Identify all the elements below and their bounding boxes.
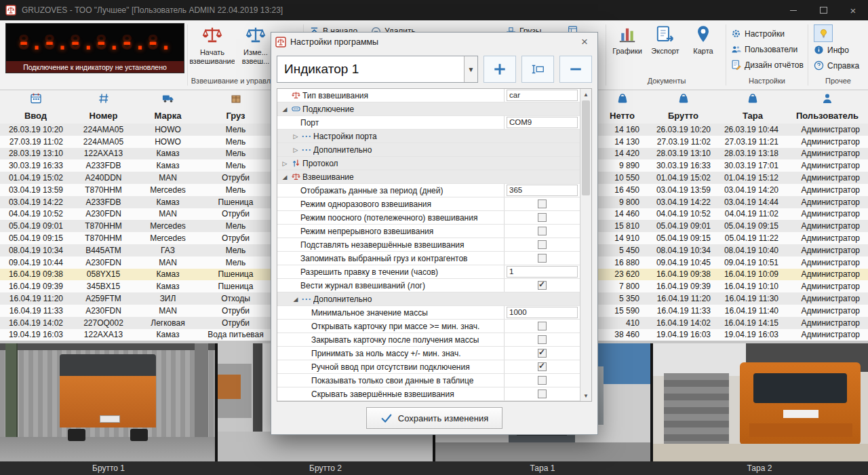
setting-checkbox[interactable]: [538, 254, 547, 263]
settings-scrollbar[interactable]: ▲ ▼: [580, 89, 591, 401]
settings-button[interactable]: Настройки: [731, 26, 804, 41]
start-weighing-button[interactable]: Начать взвешивание: [190, 23, 235, 75]
settings-row[interactable]: Тип взвешиванияcar: [277, 89, 580, 102]
settings-row[interactable]: Вести журнал взвешиваний (лог): [277, 279, 580, 292]
cell-gruz: Пшеница: [200, 269, 271, 279]
scroll-down-arrow[interactable]: ▼: [580, 390, 591, 401]
plus-icon: [492, 62, 507, 77]
setting-value[interactable]: 365: [507, 185, 578, 196]
settings-row[interactable]: Режим одноразового взвешивания: [277, 197, 580, 211]
settings-group-row[interactable]: ▷···Настройки порта: [277, 130, 580, 143]
setting-value[interactable]: COM9: [507, 117, 578, 128]
expander-icon[interactable]: ▷: [291, 133, 300, 140]
cell-netto: 15 590: [597, 306, 648, 316]
cell-tara: 26.03.19 10:44: [719, 125, 787, 134]
rename-indicator-button[interactable]: [521, 56, 554, 83]
column-header[interactable]: Номер: [71, 111, 136, 121]
cell-user: Администратор: [787, 246, 868, 255]
column-header[interactable]: Нетто: [597, 111, 648, 121]
charts-button[interactable]: Графики: [609, 22, 646, 72]
settings-row[interactable]: Принимать за ноль массу +/- мин. знач.: [277, 347, 580, 360]
cell-brutto: 05.04.19 09:01: [648, 221, 719, 231]
settings-row[interactable]: Режим непрерывного взвешивания: [277, 225, 580, 238]
dialog-close-button[interactable]: ×: [576, 35, 593, 49]
setting-value[interactable]: 1000: [507, 307, 578, 318]
setting-checkbox[interactable]: [538, 227, 547, 235]
remove-indicator-button[interactable]: [559, 56, 592, 83]
setting-checkbox[interactable]: [538, 349, 547, 358]
setting-checkbox[interactable]: [538, 281, 547, 290]
settings-row[interactable]: ПортCOM9: [277, 116, 580, 130]
edit-weighing-button[interactable]: Изме... взвеш...: [238, 23, 273, 75]
settings-row[interactable]: Ручной ввод при отсутствии подключения: [277, 360, 580, 374]
setting-value[interactable]: 1: [507, 266, 578, 278]
cell-nomer: A230FDN: [71, 209, 136, 218]
column-header[interactable]: Пользователь: [787, 111, 868, 121]
map-button[interactable]: Карта: [685, 22, 722, 72]
scrollbar-thumb[interactable]: [582, 100, 590, 195]
column-header[interactable]: Ввод: [0, 111, 71, 121]
settings-row[interactable]: Открывать карточку при массе >= мин. зна…: [277, 320, 580, 333]
settings-row[interactable]: Разрешить правку в течении (часов)1: [277, 265, 580, 279]
setting-checkbox[interactable]: [538, 376, 547, 385]
settings-row[interactable]: Закрывать карточку после получения массы: [277, 333, 580, 347]
column-header[interactable]: Груз: [200, 111, 271, 121]
info-button[interactable]: Инфо: [814, 42, 859, 58]
expander-icon[interactable]: ◢: [291, 296, 300, 303]
setting-checkbox[interactable]: [538, 240, 547, 249]
ground: [0, 437, 215, 461]
settings-group-row[interactable]: ▷···Дополнительно: [277, 143, 580, 157]
settings-group-row[interactable]: ◢Взвешивание: [277, 170, 580, 184]
report-design-button[interactable]: Дизайн отчётов: [731, 57, 804, 73]
settings-row[interactable]: Скрывать завершённые взвешивания: [277, 387, 580, 401]
setting-checkbox[interactable]: [538, 213, 547, 222]
settings-group-row[interactable]: ▷Протокол: [277, 157, 580, 170]
indicator-combobox[interactable]: Индикатор 1 ▼: [277, 56, 478, 83]
cell-nomer: A230FDN: [71, 258, 136, 267]
column-header[interactable]: Тара: [719, 111, 787, 121]
expander-icon[interactable]: ▷: [291, 147, 300, 153]
settings-row[interactable]: Минимальное значение массы1000: [277, 306, 580, 320]
cell-netto: 15 810: [597, 221, 648, 231]
settings-row[interactable]: Режим поосного (потележечного) взвешиван…: [277, 211, 580, 225]
dialog-titlebar[interactable]: Настройки программы ×: [271, 33, 597, 52]
chevron-down-icon[interactable]: ▼: [464, 56, 477, 82]
save-changes-button[interactable]: Сохранить изменения: [366, 407, 503, 429]
setting-checkbox[interactable]: [538, 322, 547, 330]
cell-marka: Mercedes: [136, 233, 200, 243]
column-header[interactable]: Марка: [136, 111, 200, 121]
setting-checkbox[interactable]: [538, 390, 547, 398]
setting-checkbox[interactable]: [538, 200, 547, 208]
settings-row[interactable]: Подставлять незавершённые взвешивания: [277, 238, 580, 252]
settings-row[interactable]: Запоминать выбранный груз и контрагентов: [277, 252, 580, 265]
camera-photo-tara-2[interactable]: [653, 343, 868, 461]
cell-marka: Камаз: [136, 330, 200, 339]
help-button[interactable]: Справка: [814, 58, 859, 73]
expander-icon[interactable]: ▷: [280, 160, 290, 167]
close-button[interactable]: ×: [838, 0, 868, 20]
cell-gruz: Мель: [200, 149, 271, 158]
dialog-body: Индикатор 1 ▼ Тип взвешиванияcar◢Подключ…: [271, 52, 597, 434]
minimize-button[interactable]: [778, 0, 808, 20]
setting-checkbox[interactable]: [538, 362, 547, 371]
settings-row[interactable]: Показывать только свои данные в таблице: [277, 374, 580, 387]
setting-value-cell: [504, 238, 580, 251]
users-button[interactable]: Пользователи: [731, 41, 804, 57]
setting-checkbox[interactable]: [538, 335, 547, 344]
settings-group-row[interactable]: ◢···Дополнительно: [277, 292, 580, 306]
scroll-up-arrow[interactable]: ▲: [580, 89, 591, 100]
add-indicator-button[interactable]: [484, 56, 516, 83]
export-button[interactable]: Экспорт: [647, 22, 684, 72]
maximize-button[interactable]: [808, 0, 838, 20]
setting-value-cell: 365: [504, 184, 580, 197]
camera-photo-brutto-1[interactable]: [0, 343, 215, 461]
settings-group-row[interactable]: ◢Подключение: [277, 102, 580, 116]
setting-label: Ручной ввод при отсутствии подключения: [311, 362, 504, 372]
column-header[interactable]: Брутто: [648, 111, 719, 121]
tips-button[interactable]: [814, 24, 833, 42]
expander-icon[interactable]: ◢: [280, 174, 290, 180]
cell-user: Администратор: [787, 258, 868, 267]
settings-row[interactable]: Отображать данные за период (дней)365: [277, 184, 580, 197]
setting-value[interactable]: car: [507, 90, 578, 101]
expander-icon[interactable]: ◢: [280, 106, 290, 113]
